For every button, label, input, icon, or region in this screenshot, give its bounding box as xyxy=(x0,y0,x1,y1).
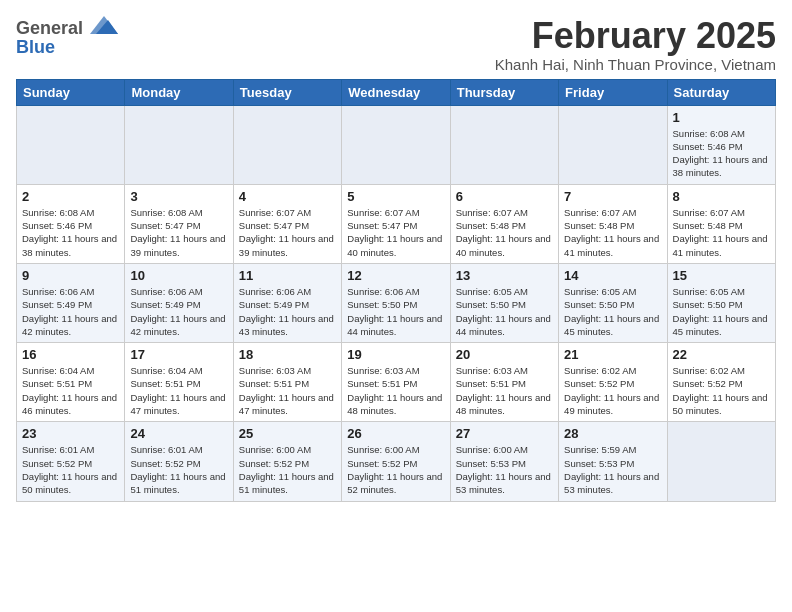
day-number: 15 xyxy=(673,268,770,283)
calendar-day-cell: 6Sunrise: 6:07 AMSunset: 5:48 PMDaylight… xyxy=(450,184,558,263)
calendar-day-cell: 27Sunrise: 6:00 AMSunset: 5:53 PMDayligh… xyxy=(450,422,558,501)
day-number: 9 xyxy=(22,268,119,283)
day-number: 20 xyxy=(456,347,553,362)
logo-icon xyxy=(90,16,118,34)
day-number: 21 xyxy=(564,347,661,362)
day-info: Sunrise: 6:00 AMSunset: 5:52 PMDaylight:… xyxy=(239,443,336,496)
calendar-day-cell xyxy=(125,105,233,184)
calendar-table: SundayMondayTuesdayWednesdayThursdayFrid… xyxy=(16,79,776,502)
day-number: 8 xyxy=(673,189,770,204)
calendar-day-cell: 9Sunrise: 6:06 AMSunset: 5:49 PMDaylight… xyxy=(17,263,125,342)
calendar-day-cell xyxy=(17,105,125,184)
day-number: 28 xyxy=(564,426,661,441)
calendar-day-cell xyxy=(450,105,558,184)
calendar-week-row: 1Sunrise: 6:08 AMSunset: 5:46 PMDaylight… xyxy=(17,105,776,184)
day-info: Sunrise: 5:59 AMSunset: 5:53 PMDaylight:… xyxy=(564,443,661,496)
day-info: Sunrise: 6:05 AMSunset: 5:50 PMDaylight:… xyxy=(673,285,770,338)
calendar-week-row: 16Sunrise: 6:04 AMSunset: 5:51 PMDayligh… xyxy=(17,343,776,422)
calendar-day-cell: 15Sunrise: 6:05 AMSunset: 5:50 PMDayligh… xyxy=(667,263,775,342)
weekday-header-tuesday: Tuesday xyxy=(233,79,341,105)
day-info: Sunrise: 6:05 AMSunset: 5:50 PMDaylight:… xyxy=(456,285,553,338)
day-info: Sunrise: 6:08 AMSunset: 5:46 PMDaylight:… xyxy=(22,206,119,259)
calendar-day-cell: 23Sunrise: 6:01 AMSunset: 5:52 PMDayligh… xyxy=(17,422,125,501)
day-info: Sunrise: 6:00 AMSunset: 5:52 PMDaylight:… xyxy=(347,443,444,496)
calendar-week-row: 9Sunrise: 6:06 AMSunset: 5:49 PMDaylight… xyxy=(17,263,776,342)
logo-blue: Blue xyxy=(16,38,55,56)
day-number: 1 xyxy=(673,110,770,125)
calendar-day-cell xyxy=(667,422,775,501)
title-block: February 2025 Khanh Hai, Ninh Thuan Prov… xyxy=(495,16,776,73)
calendar-day-cell: 7Sunrise: 6:07 AMSunset: 5:48 PMDaylight… xyxy=(559,184,667,263)
calendar-day-cell: 22Sunrise: 6:02 AMSunset: 5:52 PMDayligh… xyxy=(667,343,775,422)
weekday-header-thursday: Thursday xyxy=(450,79,558,105)
calendar-day-cell xyxy=(233,105,341,184)
calendar-day-cell xyxy=(342,105,450,184)
day-number: 18 xyxy=(239,347,336,362)
day-info: Sunrise: 6:06 AMSunset: 5:49 PMDaylight:… xyxy=(239,285,336,338)
weekday-header-wednesday: Wednesday xyxy=(342,79,450,105)
calendar-day-cell: 25Sunrise: 6:00 AMSunset: 5:52 PMDayligh… xyxy=(233,422,341,501)
day-info: Sunrise: 6:01 AMSunset: 5:52 PMDaylight:… xyxy=(22,443,119,496)
day-info: Sunrise: 6:04 AMSunset: 5:51 PMDaylight:… xyxy=(130,364,227,417)
day-number: 22 xyxy=(673,347,770,362)
day-number: 24 xyxy=(130,426,227,441)
calendar-day-cell: 5Sunrise: 6:07 AMSunset: 5:47 PMDaylight… xyxy=(342,184,450,263)
day-number: 7 xyxy=(564,189,661,204)
calendar-day-cell: 11Sunrise: 6:06 AMSunset: 5:49 PMDayligh… xyxy=(233,263,341,342)
day-number: 12 xyxy=(347,268,444,283)
weekday-header-friday: Friday xyxy=(559,79,667,105)
day-info: Sunrise: 6:08 AMSunset: 5:46 PMDaylight:… xyxy=(673,127,770,180)
calendar-day-cell: 26Sunrise: 6:00 AMSunset: 5:52 PMDayligh… xyxy=(342,422,450,501)
day-info: Sunrise: 6:03 AMSunset: 5:51 PMDaylight:… xyxy=(347,364,444,417)
page-title: February 2025 xyxy=(495,16,776,56)
day-number: 4 xyxy=(239,189,336,204)
calendar-day-cell: 12Sunrise: 6:06 AMSunset: 5:50 PMDayligh… xyxy=(342,263,450,342)
day-number: 13 xyxy=(456,268,553,283)
calendar-header-row: SundayMondayTuesdayWednesdayThursdayFrid… xyxy=(17,79,776,105)
day-info: Sunrise: 6:04 AMSunset: 5:51 PMDaylight:… xyxy=(22,364,119,417)
calendar-day-cell: 21Sunrise: 6:02 AMSunset: 5:52 PMDayligh… xyxy=(559,343,667,422)
logo-general: General xyxy=(16,18,83,38)
day-number: 17 xyxy=(130,347,227,362)
day-info: Sunrise: 6:06 AMSunset: 5:49 PMDaylight:… xyxy=(22,285,119,338)
calendar-day-cell: 24Sunrise: 6:01 AMSunset: 5:52 PMDayligh… xyxy=(125,422,233,501)
day-number: 16 xyxy=(22,347,119,362)
calendar-week-row: 2Sunrise: 6:08 AMSunset: 5:46 PMDaylight… xyxy=(17,184,776,263)
calendar-day-cell: 16Sunrise: 6:04 AMSunset: 5:51 PMDayligh… xyxy=(17,343,125,422)
day-info: Sunrise: 6:07 AMSunset: 5:48 PMDaylight:… xyxy=(456,206,553,259)
day-number: 6 xyxy=(456,189,553,204)
day-number: 27 xyxy=(456,426,553,441)
calendar-day-cell: 20Sunrise: 6:03 AMSunset: 5:51 PMDayligh… xyxy=(450,343,558,422)
weekday-header-sunday: Sunday xyxy=(17,79,125,105)
calendar-day-cell: 17Sunrise: 6:04 AMSunset: 5:51 PMDayligh… xyxy=(125,343,233,422)
day-number: 25 xyxy=(239,426,336,441)
day-info: Sunrise: 6:07 AMSunset: 5:48 PMDaylight:… xyxy=(673,206,770,259)
day-number: 14 xyxy=(564,268,661,283)
day-info: Sunrise: 6:07 AMSunset: 5:47 PMDaylight:… xyxy=(239,206,336,259)
calendar-day-cell: 2Sunrise: 6:08 AMSunset: 5:46 PMDaylight… xyxy=(17,184,125,263)
day-info: Sunrise: 6:06 AMSunset: 5:50 PMDaylight:… xyxy=(347,285,444,338)
day-info: Sunrise: 6:05 AMSunset: 5:50 PMDaylight:… xyxy=(564,285,661,338)
day-info: Sunrise: 6:07 AMSunset: 5:48 PMDaylight:… xyxy=(564,206,661,259)
day-info: Sunrise: 6:08 AMSunset: 5:47 PMDaylight:… xyxy=(130,206,227,259)
weekday-header-saturday: Saturday xyxy=(667,79,775,105)
calendar-day-cell: 8Sunrise: 6:07 AMSunset: 5:48 PMDaylight… xyxy=(667,184,775,263)
day-info: Sunrise: 6:03 AMSunset: 5:51 PMDaylight:… xyxy=(456,364,553,417)
day-number: 11 xyxy=(239,268,336,283)
day-number: 3 xyxy=(130,189,227,204)
calendar-day-cell: 10Sunrise: 6:06 AMSunset: 5:49 PMDayligh… xyxy=(125,263,233,342)
day-info: Sunrise: 6:07 AMSunset: 5:47 PMDaylight:… xyxy=(347,206,444,259)
calendar-day-cell: 1Sunrise: 6:08 AMSunset: 5:46 PMDaylight… xyxy=(667,105,775,184)
day-number: 2 xyxy=(22,189,119,204)
calendar-day-cell: 4Sunrise: 6:07 AMSunset: 5:47 PMDaylight… xyxy=(233,184,341,263)
calendar-day-cell: 19Sunrise: 6:03 AMSunset: 5:51 PMDayligh… xyxy=(342,343,450,422)
day-number: 26 xyxy=(347,426,444,441)
day-info: Sunrise: 6:02 AMSunset: 5:52 PMDaylight:… xyxy=(564,364,661,417)
calendar-day-cell: 18Sunrise: 6:03 AMSunset: 5:51 PMDayligh… xyxy=(233,343,341,422)
day-info: Sunrise: 6:02 AMSunset: 5:52 PMDaylight:… xyxy=(673,364,770,417)
weekday-header-monday: Monday xyxy=(125,79,233,105)
calendar-day-cell: 28Sunrise: 5:59 AMSunset: 5:53 PMDayligh… xyxy=(559,422,667,501)
logo: General Blue xyxy=(16,16,118,56)
calendar-day-cell: 13Sunrise: 6:05 AMSunset: 5:50 PMDayligh… xyxy=(450,263,558,342)
calendar-day-cell xyxy=(559,105,667,184)
